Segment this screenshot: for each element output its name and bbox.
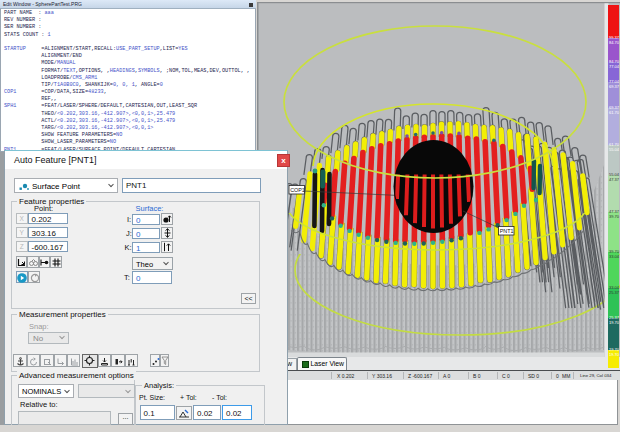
svg-text:47.37: 47.37 bbox=[609, 177, 620, 182]
svg-text:COP1: COP1 bbox=[290, 187, 305, 193]
svg-text:PNT1: PNT1 bbox=[500, 228, 514, 234]
svg-text:39.70: 39.70 bbox=[609, 214, 620, 219]
svg-text:55.04: 55.04 bbox=[609, 147, 620, 152]
svg-text:33.04: 33.04 bbox=[609, 254, 620, 259]
svg-text:69.37: 69.37 bbox=[609, 84, 620, 89]
svg-text:61.70: 61.70 bbox=[609, 110, 620, 115]
svg-text:77.04: 77.04 bbox=[609, 64, 620, 69]
svg-text:19.70: 19.70 bbox=[609, 320, 620, 325]
svg-text:25.37: 25.37 bbox=[609, 290, 620, 295]
svg-text:19.70: 19.70 bbox=[609, 352, 620, 357]
svg-text:84.70: 84.70 bbox=[609, 40, 620, 45]
